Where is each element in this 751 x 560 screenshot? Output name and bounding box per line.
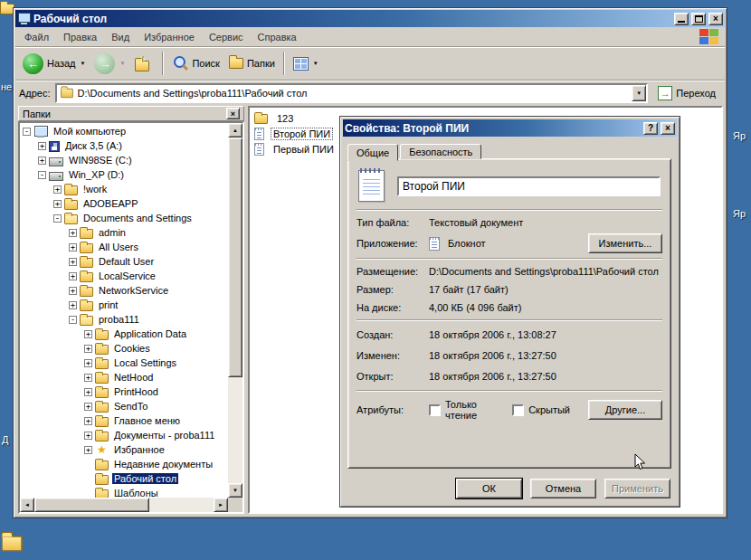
collapse-icon[interactable]: - [53,214,62,223]
expand-icon[interactable]: + [84,432,92,440]
close-button[interactable]: × [708,13,723,25]
expand-icon[interactable]: + [38,157,46,165]
filename-input[interactable] [397,176,661,196]
menu-edit[interactable]: Правка [56,29,104,45]
menu-tools[interactable]: Сервис [202,29,251,45]
menu-file[interactable]: Файл [17,29,56,45]
expand-icon[interactable]: + [53,200,62,208]
tree-item[interactable]: +Local Settings [21,356,228,370]
tree-item[interactable]: +NetHood [21,370,228,384]
views-button[interactable]: ▼ [289,50,323,78]
up-button[interactable]: ↑ [129,50,158,78]
tree-item[interactable]: +Главное меню [21,413,228,428]
up-folder-icon: ↑ [134,54,154,72]
minimize-button[interactable] [674,13,689,25]
tree-item[interactable]: +WIN98SE (C:) [21,153,228,167]
tree-item[interactable]: -Documents and Settings [21,211,228,225]
tree-item[interactable]: +Документы - proba111 [21,428,228,442]
change-app-button[interactable]: Изменить... [588,233,662,253]
scroll-left-button[interactable]: ◄ [20,498,34,512]
tree-item[interactable]: Шаблоны [21,486,228,498]
expand-icon[interactable]: + [53,185,62,194]
scroll-up-button[interactable]: ▲ [228,123,242,138]
desktop-icon-label[interactable]: не [1,81,12,92]
collapse-icon[interactable]: - [38,171,46,179]
ok-button[interactable]: ОК [456,479,522,498]
collapse-icon[interactable]: - [69,316,77,324]
search-button[interactable]: Поиск [167,50,223,78]
expand-icon[interactable]: + [69,301,77,309]
expand-icon[interactable]: + [69,272,77,280]
tree-item[interactable]: +SendTo [21,399,228,413]
tree-item[interactable]: +print [21,298,228,312]
hidden-checkbox[interactable] [512,404,524,416]
menu-view[interactable]: Вид [104,29,137,45]
folders-button[interactable]: Папки [224,50,280,78]
scroll-down-button[interactable]: ▼ [228,483,242,498]
tree-item-label: Главное меню [112,415,182,426]
expand-icon[interactable]: + [84,403,92,411]
desktop-icon-label[interactable]: Яр [733,208,746,219]
tree-item[interactable]: +Default User [21,254,228,269]
tree-item[interactable]: +All Users [21,240,228,254]
expand-icon[interactable]: + [69,258,77,266]
desktop-folder-icon[interactable] [1,533,23,557]
tree-item[interactable]: -proba111 [21,312,228,327]
expand-icon[interactable]: + [69,287,77,295]
expand-icon[interactable]: + [84,359,92,367]
close-panel-button[interactable]: × [226,108,240,119]
vertical-scroll-thumb[interactable] [228,138,242,377]
expand-icon[interactable]: + [84,330,92,338]
window-titlebar[interactable]: Рабочий стол × [15,10,725,27]
tree-vertical-scrollbar[interactable]: ▲ ▼ [228,123,242,498]
forward-button[interactable]: → ▼ [90,50,129,78]
other-attributes-button[interactable]: Другие... [588,400,662,420]
expand-icon[interactable]: + [38,142,46,150]
menu-favorites[interactable]: Избранное [137,29,202,45]
folder-icon [61,88,73,97]
tree-item[interactable]: +Диск 3,5 (A:) [21,138,228,153]
desktop-icon-label[interactable]: Д [2,434,8,445]
back-button[interactable]: ← Назад ▼ [18,50,90,78]
expand-icon[interactable]: + [84,446,92,454]
horizontal-scroll-thumb[interactable] [34,498,149,512]
tree-item[interactable]: +admin [21,225,228,240]
desktop-icon-label[interactable]: Яр [733,130,746,141]
dialog-close-button[interactable]: × [661,122,675,135]
tree-item[interactable]: +Application Data [21,327,228,341]
expand-icon[interactable]: + [84,345,92,353]
help-button[interactable]: ? [643,122,658,135]
tree-item[interactable]: +!work [21,182,228,196]
tree-item[interactable]: +PrintHood [21,384,228,399]
tree-item[interactable]: +ADOBEAPP [21,196,228,211]
cancel-button[interactable]: Отмена [530,479,596,498]
tree-item[interactable]: Недавние документы [21,457,228,471]
collapse-icon[interactable]: - [23,128,31,136]
menu-help[interactable]: Справка [251,29,304,45]
dialog-titlebar[interactable]: Свойства: Второй ПИИ ? × [343,119,677,137]
readonly-checkbox[interactable] [429,404,441,416]
expand-icon[interactable]: + [69,243,77,252]
tree-item[interactable]: +Cookies [21,341,228,356]
expand-icon[interactable]: + [84,374,92,382]
expand-icon[interactable]: + [69,229,77,237]
tree-item[interactable]: +★Избранное [21,442,228,457]
tree-item[interactable]: Рабочий стол [21,471,228,486]
tab-general[interactable]: Общие [347,144,398,161]
tree-item[interactable]: +NetworkService [21,283,228,298]
scroll-right-button[interactable]: ► [214,498,228,512]
tab-security[interactable]: Безопасность [400,144,481,159]
tree-item[interactable]: -Мой компьютер [21,124,228,138]
tree-item[interactable]: +LocalService [21,269,228,283]
address-dropdown-button[interactable]: ▼ [632,85,646,101]
expand-icon[interactable]: + [84,417,92,425]
tree-horizontal-scrollbar[interactable]: ◄ ► [20,498,228,512]
forward-dropdown-icon[interactable]: ▼ [119,61,125,66]
address-input[interactable]: D:\Documents and Settings\proba111\Рабоч… [55,83,649,103]
maximize-button[interactable] [691,13,706,25]
tree-item[interactable]: -Win_XP (D:) [21,167,228,182]
expand-icon[interactable]: + [84,388,92,396]
go-button[interactable]: → Переход [652,82,721,104]
back-dropdown-icon[interactable]: ▼ [81,61,86,66]
views-dropdown-icon[interactable]: ▼ [313,61,318,66]
